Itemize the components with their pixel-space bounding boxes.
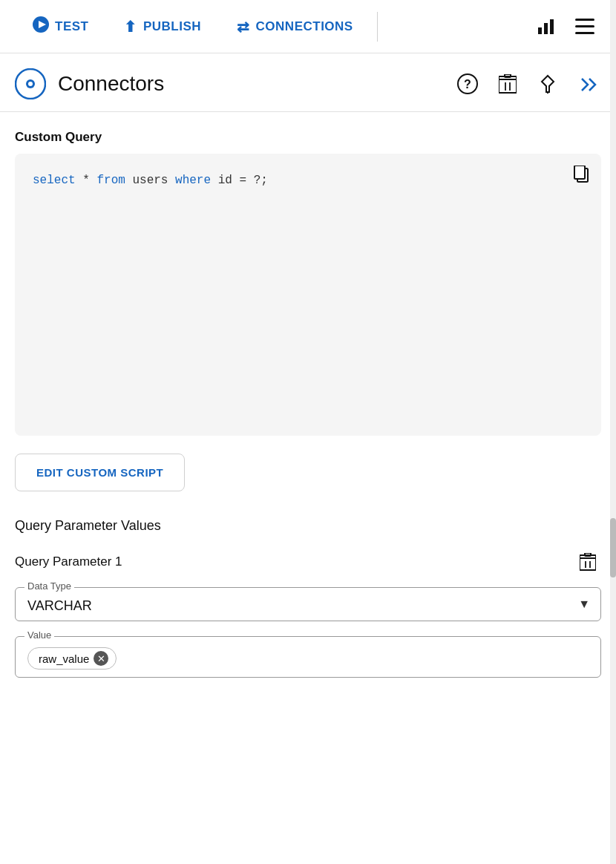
query-param-delete-button[interactable] — [574, 549, 601, 575]
svg-text:?: ? — [464, 78, 471, 91]
menu-icon-button[interactable] — [569, 10, 601, 43]
chart-icon-button[interactable] — [530, 10, 563, 43]
copy-code-button[interactable] — [573, 166, 589, 187]
publish-icon: ⬆ — [124, 18, 137, 36]
test-button[interactable]: TEST — [15, 0, 106, 53]
connector-icon — [15, 68, 46, 99]
publish-label: PUBLISH — [143, 19, 201, 34]
scrollbar-thumb[interactable] — [610, 518, 616, 577]
value-tag-text: raw_value — [39, 652, 89, 665]
svg-rect-7 — [575, 32, 594, 34]
keyword-select: select — [33, 174, 76, 187]
query-param-name: Query Parameter 1 — [15, 554, 122, 569]
play-icon — [33, 16, 49, 36]
publish-button[interactable]: ⬆ PUBLISH — [106, 0, 219, 53]
svg-rect-6 — [575, 25, 594, 27]
value-tag-remove-button[interactable]: ✕ — [94, 651, 108, 666]
nav-right-actions — [530, 10, 601, 43]
pin-button[interactable] — [534, 71, 561, 97]
help-button[interactable]: ? — [454, 71, 481, 97]
svg-rect-4 — [550, 19, 554, 34]
scrollbar[interactable] — [610, 0, 616, 864]
query-param-row: Query Parameter 1 — [15, 549, 601, 575]
connections-icon: ⇄ — [237, 18, 250, 36]
delete-button[interactable] — [494, 71, 521, 97]
value-field: Value raw_value ✕ — [15, 636, 601, 678]
collapse-button[interactable] — [574, 71, 601, 97]
custom-query-label: Custom Query — [15, 130, 601, 145]
nav-divider — [377, 12, 378, 42]
main-content: Custom Query select * from users where i… — [0, 112, 616, 696]
header-actions: ? — [454, 71, 601, 97]
code-content: select * from users where id = ?; — [33, 171, 586, 191]
data-type-select[interactable]: VARCHAR INTEGER BOOLEAN DATE FLOAT — [27, 598, 589, 613]
keyword-where: where — [175, 174, 211, 187]
keyword-from: from — [96, 174, 125, 187]
value-label: Value — [24, 629, 54, 641]
edit-custom-script-button[interactable]: EDIT CUSTOM SCRIPT — [15, 454, 185, 491]
value-tag: raw_value ✕ — [27, 647, 117, 670]
svg-rect-2 — [538, 27, 542, 34]
page-header: Connectors ? — [0, 53, 616, 112]
page-title: Connectors — [58, 72, 454, 96]
data-type-field: Data Type VARCHAR INTEGER BOOLEAN DATE F… — [15, 587, 601, 621]
svg-rect-5 — [575, 19, 594, 21]
code-block: select * from users where id = ?; — [15, 154, 601, 436]
test-label: TEST — [55, 19, 88, 34]
svg-rect-20 — [574, 166, 585, 179]
svg-rect-3 — [544, 23, 548, 34]
query-param-values-label: Query Parameter Values — [15, 518, 601, 534]
connections-button[interactable]: ⇄ CONNECTIONS — [219, 0, 371, 53]
data-type-label: Data Type — [24, 580, 74, 592]
top-navigation: TEST ⬆ PUBLISH ⇄ CONNECTIONS — [0, 0, 616, 53]
svg-point-10 — [28, 82, 33, 86]
connections-label: CONNECTIONS — [256, 19, 353, 34]
